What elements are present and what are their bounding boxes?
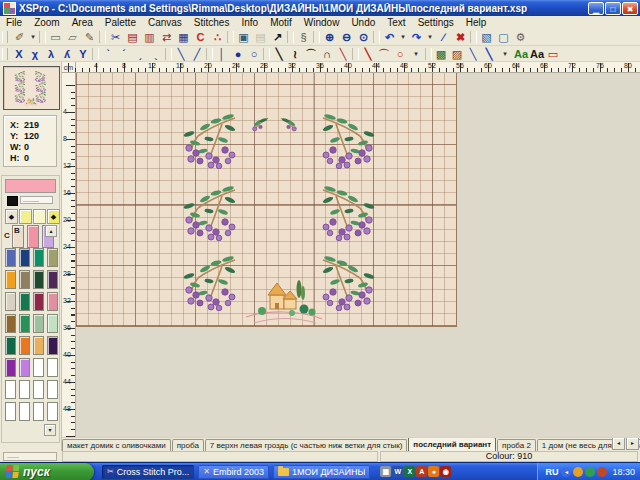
french-knot-icon[interactable]: ● [230,46,246,62]
zoom-in-icon[interactable]: ⊕ [321,29,338,45]
palette-swatch[interactable] [47,358,58,377]
preview-monitor-icon[interactable]: ▣ [235,29,252,45]
tray-antivirus-icon[interactable] [585,467,595,477]
thick-curve-icon[interactable]: ⌒ [376,46,392,62]
design-tab-4[interactable]: последний вариант [408,437,496,451]
menu-zoom[interactable]: Zoom [28,17,66,28]
polygon-select-icon[interactable]: ▱ [64,29,81,45]
quarter-stitch-icon-2[interactable]: ˊ [116,46,132,62]
menu-settings[interactable]: Settings [412,17,460,28]
palette-swatch[interactable] [5,336,16,355]
maximize-button[interactable]: □ [605,2,621,15]
palette-swatch[interactable] [5,402,16,421]
palette-swatch[interactable] [47,248,58,267]
tab-scroll-left[interactable]: ◂ [612,437,625,450]
gradient-line-icon-1[interactable]: ╲ [465,46,481,62]
backstitch-line-icon[interactable]: ╲ [271,46,287,62]
palette-swatch[interactable] [5,358,16,377]
yellow-marker-selected[interactable] [19,209,32,224]
toolbar-drag-handle[interactable] [2,31,8,44]
tab-scroll-right[interactable]: ▸ [626,437,639,450]
thread-list-icon[interactable]: § [295,29,312,45]
palette-swatch[interactable] [33,248,44,267]
palette-swatch[interactable] [19,248,30,267]
pattern-fill-icon[interactable]: ▩ [433,46,449,62]
minimize-button[interactable]: ▁ [588,2,604,15]
three-quarter-stitch-icon-4[interactable]: Y [75,46,91,62]
design-tab-5[interactable]: проба 2 [497,439,536,451]
design-tab-1[interactable]: макет домик с оливочками [62,439,171,451]
redo-icon[interactable]: ↷ [408,29,425,45]
motif-stamp-icon[interactable]: ▨ [449,46,465,62]
palette-swatch[interactable] [33,314,44,333]
palette-swatch[interactable] [33,402,44,421]
window-titlebar[interactable]: XSPro - C:\Documents and Settings\Rimma\… [0,0,640,16]
language-indicator[interactable]: RU [545,467,558,477]
line-style-dropdown[interactable]: ▾ [497,46,513,62]
new-page-icon[interactable]: ▢ [495,29,512,45]
diamond-yellow-marker[interactable]: ◆ [47,209,60,224]
palette-swatch[interactable] [5,380,16,399]
special-line-icon[interactable]: ╲ [335,46,351,62]
taskbar-button[interactable]: ✂Cross Stitch Pro... [102,465,194,479]
palette-swatch[interactable] [47,314,58,333]
menu-stitches[interactable]: Stitches [188,17,236,28]
menu-palette[interactable]: Palette [99,17,142,28]
stitch-grid[interactable] [76,73,457,327]
import-motif-icon[interactable]: ✂ [107,29,124,45]
quick-launch-media-icon[interactable]: ▦ [380,466,391,477]
curve-stitch-icon[interactable]: ⌒ [303,46,319,62]
print-icon[interactable]: ▤ [252,29,269,45]
copy-motif-icon[interactable]: ▤ [124,29,141,45]
palette-swatch[interactable] [47,402,58,421]
recent-swatch-2[interactable] [27,225,39,248]
three-quarter-stitch-icon-2[interactable]: λ [43,46,59,62]
start-button[interactable]: пуск [0,463,94,480]
bead-icon[interactable]: ○ [246,46,262,62]
three-quarter-stitch-icon-3[interactable]: ʎ [59,46,75,62]
pencil-tool-icon[interactable]: ✐ [11,29,28,45]
text-tool-green-icon[interactable]: Aa [513,46,529,62]
palette-swatch[interactable] [5,292,16,311]
hoop-circle-icon[interactable]: ○ [392,46,408,62]
delete-x-icon[interactable]: ✖ [452,29,469,45]
freehand-edit-icon[interactable]: ✎ [81,29,98,45]
menu-text[interactable]: Text [381,17,411,28]
thick-line-icon[interactable]: ╲ [360,46,376,62]
pale-yellow-marker[interactable] [33,209,46,224]
hoop-dropdown[interactable]: ▾ [408,46,424,62]
pencil-dropdown[interactable]: ▾ [28,29,38,45]
palette-swatch[interactable] [19,314,30,333]
menu-window[interactable]: Window [298,17,346,28]
palette-scroll-up[interactable]: ▴ [45,225,57,237]
palette-swatch[interactable] [19,336,30,355]
save-copy-icon[interactable]: ▧ [478,29,495,45]
design-tab-2[interactable]: проба [172,439,204,451]
toolbar-drag-handle[interactable] [2,48,8,60]
design-canvas[interactable] [76,73,640,437]
zoom-actual-icon[interactable]: ⊙ [355,29,372,45]
half-backstitch-icon-2[interactable]: ╱ [189,46,205,62]
menu-info[interactable]: Info [235,17,264,28]
secondary-color-swatch[interactable] [7,196,18,206]
palette-scroll-down[interactable]: ▾ [44,424,56,436]
pen-icon[interactable]: ∕ [435,29,452,45]
palette-swatch[interactable] [47,380,58,399]
quick-launch-excel-icon[interactable]: X [404,466,415,477]
palette-swatch[interactable] [33,336,44,355]
palette-swatch[interactable] [33,292,44,311]
tray-update-icon[interactable] [597,467,607,477]
scatter-motif-icon[interactable]: ∴ [209,29,226,45]
menu-help[interactable]: Help [460,17,493,28]
palette-swatch[interactable] [33,270,44,289]
palette-swatch[interactable] [5,270,16,289]
palette-swatch[interactable] [5,248,16,267]
current-color-swatch[interactable] [5,179,56,193]
vertical-stitch-icon[interactable]: │ [214,46,230,62]
backstitch-detail-icon[interactable]: ≀ [287,46,303,62]
palette-swatch[interactable] [5,314,16,333]
sewing-machine-icon[interactable]: ⚙ [512,29,529,45]
curve-detail-icon[interactable]: ∩ [319,46,335,62]
palette-swatch[interactable] [33,380,44,399]
redo-dropdown[interactable]: ▾ [425,29,435,45]
